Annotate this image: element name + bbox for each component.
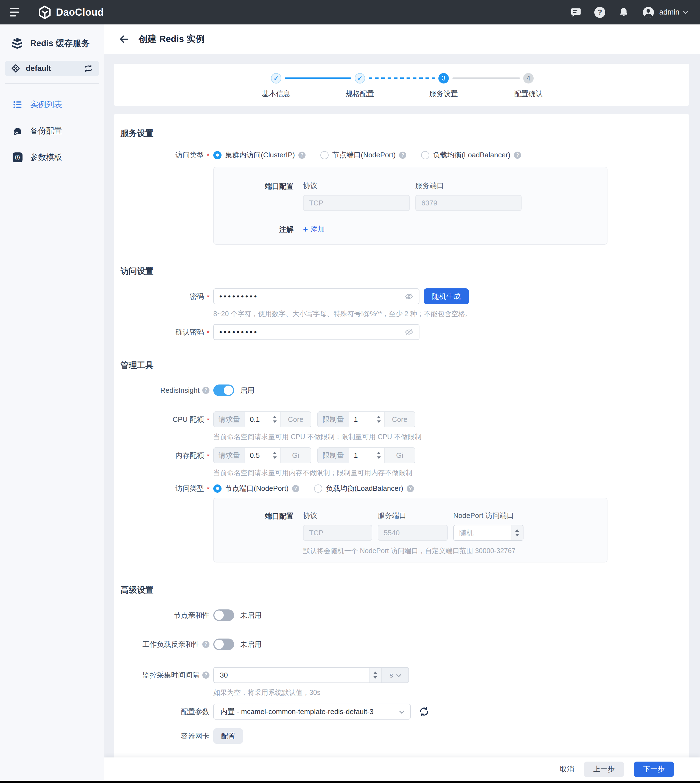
help-icon[interactable]: ? xyxy=(594,7,605,18)
refresh-icon[interactable] xyxy=(419,706,429,717)
plus-icon: + xyxy=(303,225,308,234)
namespace-icon xyxy=(11,64,20,73)
eye-off-icon[interactable] xyxy=(405,292,413,301)
brand: DaoCloud xyxy=(38,5,104,19)
help-icon[interactable]: ? xyxy=(399,152,406,159)
back-arrow-icon[interactable] xyxy=(118,33,130,45)
switch-namespace-icon[interactable] xyxy=(84,64,93,73)
memory-hint: 当前命名空间请求量可用内存不做限制；限制量可用内存不做限制 xyxy=(213,468,412,477)
service-title: Redis 缓存服务 xyxy=(0,25,104,50)
sidebar-item-backup-config[interactable]: 备份配置 xyxy=(0,125,104,137)
prefix-label: 请求量 xyxy=(214,412,245,427)
step-1-circle[interactable]: ✓ xyxy=(271,73,282,83)
config-template-select[interactable]: 内置 - mcamel-common-template-redis-defaul… xyxy=(213,704,411,720)
radio-nodeport[interactable]: 节点端口(NodePort) ? xyxy=(320,150,406,160)
memory-request-input[interactable]: 0.5 xyxy=(245,448,270,463)
help-icon[interactable]: ? xyxy=(202,641,210,648)
stepper-arrows[interactable] xyxy=(369,668,381,683)
sidebar-item-label: 参数模板 xyxy=(30,152,62,163)
previous-step-button[interactable]: 上一步 xyxy=(584,761,624,777)
field-label: 访问类型 xyxy=(175,150,204,160)
step-4-circle[interactable]: 4 xyxy=(523,73,533,83)
template-braces-icon: {/} xyxy=(13,152,23,162)
namespace-selector[interactable]: default xyxy=(5,61,99,76)
backup-icon xyxy=(13,126,23,136)
config-params-row: 配置参数 内置 - mcamel-common-template-redis-d… xyxy=(114,704,689,720)
step-3-circle[interactable]: 3 xyxy=(438,73,449,83)
unit-label: Gi xyxy=(384,448,415,463)
port-config-panel-2: 端口配置 协议 TCP 服务端口 5540 NodePort 访问端口 随机 xyxy=(213,498,607,563)
prefix-label: 请求量 xyxy=(214,448,245,463)
generate-password-button[interactable]: 随机生成 xyxy=(424,288,469,304)
node-affinity-toggle[interactable] xyxy=(213,609,234,621)
radio-icon[interactable] xyxy=(421,151,429,159)
stepper-arrows[interactable] xyxy=(270,448,280,463)
radio-tool-loadbalancer[interactable]: 负载均衡(LoadBalancer) ? xyxy=(314,484,414,493)
required-asterisk: * xyxy=(207,452,210,461)
cpu-request-input[interactable]: 0.1 xyxy=(245,412,270,427)
monitor-interval-input[interactable]: 30 s xyxy=(213,667,409,683)
radio-icon[interactable] xyxy=(314,484,322,493)
workload-anti-affinity-toggle[interactable] xyxy=(213,639,234,650)
help-icon[interactable]: ? xyxy=(202,387,210,394)
help-icon[interactable]: ? xyxy=(514,152,521,159)
section-title-advanced: 高级设置 xyxy=(114,584,689,596)
menu-toggle-icon[interactable] xyxy=(10,6,22,18)
toggle-state-label: 启用 xyxy=(240,386,255,395)
stepper-arrows[interactable] xyxy=(373,412,384,427)
redisinsight-toggle[interactable] xyxy=(213,384,234,396)
redis-service-icon xyxy=(11,37,23,50)
nodeport-header: NodePort 访问端口 xyxy=(453,511,523,521)
notifications-bell-icon[interactable] xyxy=(618,7,630,18)
help-icon[interactable]: ? xyxy=(298,152,305,159)
field-label: 内存配额 xyxy=(175,451,204,460)
prefix-label: 限制量 xyxy=(318,412,349,427)
unit-label: Core xyxy=(384,412,415,427)
radio-selected-icon[interactable] xyxy=(213,484,222,493)
redisinsight-row: RedisInsight ? 启用 xyxy=(114,384,689,396)
stepper-arrows[interactable] xyxy=(270,412,280,427)
cpu-limit-input[interactable]: 1 xyxy=(349,412,373,427)
protocol-input: TCP xyxy=(303,525,372,541)
node-affinity-row: 节点亲和性 未启用 xyxy=(114,609,689,621)
add-annotation-button[interactable]: + 添加 xyxy=(303,224,325,234)
radio-tool-nodeport[interactable]: 节点端口(NodePort) ? xyxy=(213,484,299,493)
step-4-label[interactable]: 配置确认 xyxy=(514,89,543,99)
help-icon[interactable]: ? xyxy=(202,671,210,679)
confirm-password-input[interactable]: ••••••••• xyxy=(213,324,420,340)
step-2-circle[interactable]: ✓ xyxy=(355,73,365,83)
unit-label: Gi xyxy=(280,448,311,463)
memory-limit-input[interactable]: 1 xyxy=(349,448,373,463)
user-menu[interactable]: admin xyxy=(642,6,687,19)
nodeport-input[interactable]: 随机 xyxy=(453,525,523,541)
eye-off-icon[interactable] xyxy=(405,328,413,336)
confirm-password-row: 确认密码 * ••••••••• xyxy=(114,324,689,340)
radio-clusterip[interactable]: 集群内访问(ClusterIP) ? xyxy=(213,150,305,160)
nic-configure-button[interactable]: 配置 xyxy=(213,728,243,744)
access-type-row-1: 访问类型 * 集群内访问(ClusterIP) ? 节点端口(NodePort)… xyxy=(114,150,689,160)
cpu-hint: 当前命名空间请求量可用 CPU 不做限制；限制量可用 CPU 不做限制 xyxy=(213,432,422,441)
password-input[interactable]: ••••••••• xyxy=(213,288,420,304)
help-icon[interactable]: ? xyxy=(407,485,414,492)
required-asterisk: * xyxy=(207,293,210,302)
stepper-arrows[interactable] xyxy=(373,448,384,463)
sidebar-item-instance-list[interactable]: 实例列表 xyxy=(0,99,104,110)
required-asterisk: * xyxy=(207,152,210,160)
stepper-arrows[interactable] xyxy=(511,525,523,540)
protocol-input: TCP xyxy=(303,195,410,211)
step-2-label[interactable]: 规格配置 xyxy=(346,89,374,99)
sidebar-item-parameter-template[interactable]: {/} 参数模板 xyxy=(0,152,104,163)
help-icon[interactable]: ? xyxy=(292,485,299,492)
radio-icon[interactable] xyxy=(320,151,328,159)
sidebar-item-label: 备份配置 xyxy=(30,125,62,137)
sidebar-item-label: 实例列表 xyxy=(30,99,62,110)
radio-selected-icon[interactable] xyxy=(213,151,222,159)
cancel-button[interactable]: 取消 xyxy=(560,764,574,774)
radio-loadbalancer[interactable]: 负载均衡(LoadBalancer) ? xyxy=(421,150,521,160)
unit-select[interactable]: s xyxy=(381,668,408,683)
step-3-label[interactable]: 服务设置 xyxy=(429,89,458,99)
next-step-button[interactable]: 下一步 xyxy=(634,761,674,777)
step-1-label[interactable]: 基本信息 xyxy=(262,89,290,99)
chat-icon[interactable] xyxy=(570,7,582,18)
step-connector xyxy=(369,77,435,79)
